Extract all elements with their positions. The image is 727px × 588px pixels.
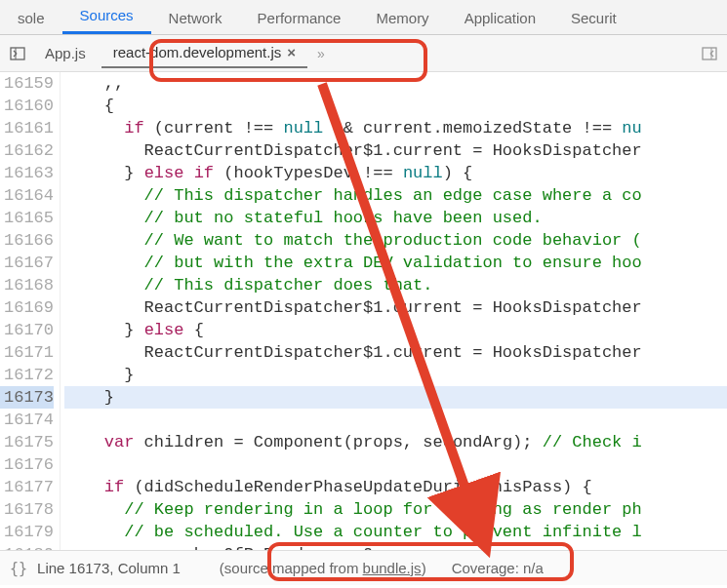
line-number[interactable]: 16180: [0, 543, 54, 550]
line-number[interactable]: 16166: [0, 229, 54, 252]
code-line[interactable]: if (current !== null && current.memoized…: [64, 117, 727, 139]
code-line[interactable]: // but with the extra DEV validation to …: [64, 252, 727, 274]
code-line[interactable]: }: [64, 364, 727, 386]
line-number[interactable]: 16164: [0, 184, 54, 207]
file-tab-appjs[interactable]: App.js: [33, 39, 98, 67]
line-number[interactable]: 16179: [0, 521, 54, 543]
tab-performance[interactable]: Performance: [240, 2, 359, 34]
code-line[interactable]: // This dispatcher does that.: [64, 274, 727, 296]
code-line[interactable]: } else {: [64, 319, 727, 341]
line-number[interactable]: 16160: [0, 95, 54, 117]
line-number[interactable]: 16173: [0, 386, 54, 409]
coverage-info: Coverage: n/a: [452, 560, 544, 576]
code-line[interactable]: ReactCurrentDispatcher$1.current = Hooks…: [64, 139, 727, 162]
code-line[interactable]: // but no stateful hooks have been used.: [64, 207, 727, 229]
cursor-position: Line 16173, Column 1: [37, 560, 181, 576]
tab-memory[interactable]: Memory: [358, 2, 446, 34]
source-map-info[interactable]: (source mapped from bundle.js): [220, 560, 426, 576]
line-number[interactable]: 16174: [0, 409, 54, 431]
code-line[interactable]: {: [64, 95, 727, 117]
source-map-link[interactable]: bundle.js: [363, 560, 422, 576]
file-tabs-row: App.js react-dom.development.js × »: [0, 35, 727, 72]
line-number[interactable]: 16170: [0, 319, 54, 341]
code-line[interactable]: ,,: [64, 72, 727, 95]
code-line[interactable]: } else if (hookTypesDev !== null) {: [64, 162, 727, 184]
tab-sources[interactable]: Sources: [62, 0, 151, 34]
code-line[interactable]: var children = Component(props, secondAr…: [64, 431, 727, 453]
close-icon[interactable]: ×: [287, 44, 296, 60]
show-navigator-icon[interactable]: [6, 42, 29, 65]
code-line[interactable]: ReactCurrentDispatcher$1.current = Hooks…: [64, 296, 727, 319]
file-tab-label: react-dom.development.js: [113, 44, 282, 60]
code-line[interactable]: // We want to match the production code …: [64, 229, 727, 252]
tab-security[interactable]: Securit: [553, 2, 634, 34]
code-content[interactable]: ,, { if (current !== null && current.mem…: [61, 72, 727, 550]
code-line[interactable]: var numberOfReRenders = 0;: [64, 543, 727, 550]
line-number[interactable]: 16168: [0, 274, 54, 296]
code-line[interactable]: ReactCurrentDispatcher$1.current = Hooks…: [64, 341, 727, 364]
line-number[interactable]: 16172: [0, 364, 54, 386]
show-debugger-icon[interactable]: [698, 42, 721, 65]
pretty-print-icon[interactable]: {}: [10, 560, 27, 577]
line-number[interactable]: 16178: [0, 498, 54, 521]
line-number[interactable]: 16171: [0, 341, 54, 364]
svg-rect-0: [11, 48, 24, 59]
code-line[interactable]: }: [64, 386, 727, 409]
tab-application[interactable]: Application: [447, 2, 553, 34]
code-line[interactable]: [64, 409, 727, 431]
line-number[interactable]: 16163: [0, 162, 54, 184]
file-tab-label: App.js: [45, 45, 86, 61]
status-bar: {} Line 16173, Column 1 (source mapped f…: [0, 550, 727, 585]
file-tab-react-dom[interactable]: react-dom.development.js ×: [101, 38, 307, 68]
line-number[interactable]: 16176: [0, 453, 54, 476]
code-line[interactable]: [64, 453, 727, 476]
tab-console[interactable]: sole: [0, 2, 62, 34]
tab-network[interactable]: Network: [151, 2, 240, 34]
line-number[interactable]: 16167: [0, 252, 54, 274]
line-number[interactable]: 16162: [0, 139, 54, 162]
code-editor[interactable]: 1615916160161611616216163161641616516166…: [0, 72, 727, 550]
code-line[interactable]: // Keep rendering in a loop for as long …: [64, 498, 727, 521]
line-number[interactable]: 16161: [0, 117, 54, 139]
code-line[interactable]: // be scheduled. Use a counter to preven…: [64, 521, 727, 543]
line-number[interactable]: 16159: [0, 72, 54, 95]
line-number-gutter: 1615916160161611616216163161641616516166…: [0, 72, 61, 550]
more-tabs-icon[interactable]: »: [311, 46, 331, 61]
devtools-panel-tabs: sole Sources Network Performance Memory …: [0, 0, 727, 35]
code-line[interactable]: // This dispatcher handles an edge case …: [64, 184, 727, 207]
line-number[interactable]: 16165: [0, 207, 54, 229]
svg-rect-2: [703, 48, 716, 59]
line-number[interactable]: 16177: [0, 476, 54, 498]
line-number[interactable]: 16169: [0, 296, 54, 319]
code-line[interactable]: if (didScheduleRenderPhaseUpdateDuringTh…: [64, 476, 727, 498]
line-number[interactable]: 16175: [0, 431, 54, 453]
